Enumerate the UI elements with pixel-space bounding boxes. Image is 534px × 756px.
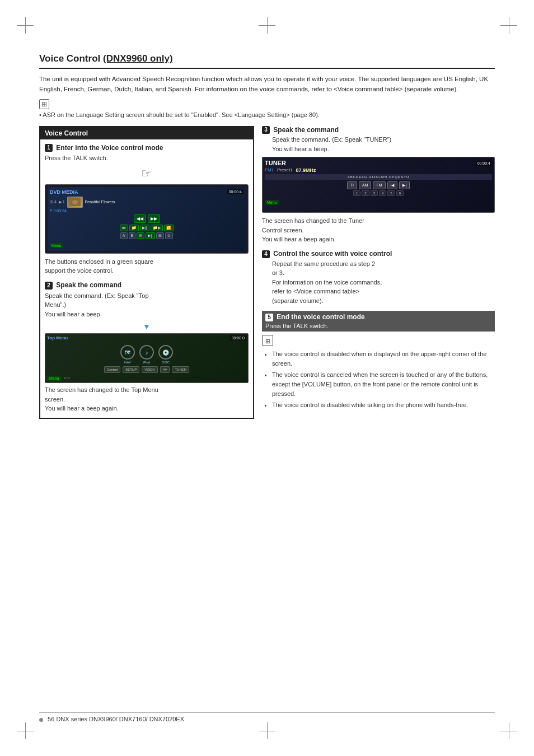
hand-pointer-icon: ☞ — [45, 166, 249, 181]
note-icon-wrapper — [39, 99, 495, 110]
tm-version: ETC — [64, 376, 71, 380]
note-icon-right: ⊞ — [262, 335, 495, 348]
step2-desc3: You will hear a beep. — [45, 311, 102, 318]
tm-menu-row: Menu ETC — [47, 375, 246, 381]
dvd-btn-ff: ▶▶ — [148, 214, 160, 223]
notes-list: The voice control is disabled when is di… — [262, 349, 495, 410]
step4-wrapper: 4 Control the source with voice control … — [262, 250, 495, 305]
dvd-btn-repeat: 🔁 — [164, 225, 174, 231]
crosshair-bottom — [259, 722, 275, 739]
dvd-progress: P 0:03:24 — [50, 209, 67, 213]
corner-mark-br — [500, 722, 517, 739]
note-item-3: The voice control is disabled while talk… — [272, 400, 495, 410]
step3-num: 3 — [262, 126, 270, 134]
note-warning-icon: ⊞ — [262, 335, 273, 346]
step2-title-text: Speak the command — [56, 281, 121, 289]
crosshair-top — [259, 17, 275, 34]
voice-control-header: Voice Control — [40, 127, 253, 139]
tuner-btn-fm: FM — [373, 181, 385, 189]
dvd-label: DVD MEDIA — [50, 189, 78, 195]
top-menu-screen: Top Menu 00:00:0 🗺 NAV ♪ iPod — [45, 333, 249, 383]
dvd-btn-prev: ⏮ — [120, 225, 128, 231]
tuner-key-row: ABCDEFG HIJKLMN OPQRSTU — [348, 175, 410, 179]
dvd-info-row: ⊞ 4 ▶ 1 Beautiful Flowers — [50, 197, 243, 208]
tuner-keys: ABCDEFG HIJKLMN OPQRSTU — [266, 175, 491, 179]
dvd-btn-c: ⊟ — [137, 232, 144, 239]
step4-desc4: refer to <Voice command table> — [272, 288, 359, 295]
footer-text: 56 DNX series DNX9960/ DNX7160/ DNX7020E… — [39, 716, 495, 722]
tm-disc-icon: 💿 DISC — [158, 345, 173, 364]
step1-num: 1 — [45, 144, 53, 152]
note-item-1: The voice control is disabled when is di… — [272, 349, 495, 368]
box-title: Voice Control — [45, 129, 88, 137]
tuner-btn-row1: TI AM FM |◀ ▶| — [265, 181, 492, 189]
step1-caption2: support the voice control. — [45, 267, 114, 274]
tuner-caption1: The screen has changed to the Tuner — [262, 217, 364, 224]
tm-bottom-row: Control SETUP VIDEO AV TUNER — [47, 366, 246, 373]
step4-desc3: For information on the voice commands, — [272, 279, 382, 286]
step2-desc1: Speak the command. (Ex: Speak "Top — [45, 292, 149, 299]
dvd-btn-b: B — [129, 232, 136, 239]
note1-text: The voice control is disabled when is di… — [272, 351, 486, 367]
footer-page-num: 56 — [48, 716, 54, 722]
step4-title-text: Control the source with voice control — [273, 250, 392, 258]
step4-desc5: (separate volume). — [272, 297, 324, 304]
step3-desc: Speak the command. (Ex: Speak "TUNER") Y… — [272, 135, 495, 153]
step4-title: 4 Control the source with voice control — [262, 250, 495, 258]
tm-btn-av: AV — [160, 366, 170, 373]
step5-desc: Press the TALK switch. — [265, 323, 491, 329]
dvd-btn-f: ⊙ — [165, 232, 173, 239]
tuner-preset-6: 6 — [396, 190, 404, 196]
dvd-btn-e: ⊞ — [156, 232, 164, 239]
step5-box: 5 End the voice control mode Press the T… — [262, 311, 495, 332]
dvd-btn-play: ▶‖ — [140, 225, 149, 231]
title-underline: (DNX9960 only) — [103, 53, 173, 64]
step2-desc: Speak the command. (Ex: Speak "Top Menu"… — [45, 291, 249, 319]
tuner-menu-row: Menu — [265, 198, 492, 206]
dvd-thumb — [67, 197, 83, 208]
tm-btn-video: VIDEO — [142, 366, 158, 373]
tm-btn-control: Control — [104, 366, 120, 373]
tm-menu-bar: Menu — [47, 376, 62, 381]
voice-control-box: Voice Control 1 Enter into the Voice con… — [39, 126, 254, 419]
dvd-btn-a: A — [120, 232, 128, 239]
dvd-screen-mockup: DVD MEDIA 00:00:4 ⊞ 4 ▶ 1 Beautiful Flow… — [45, 184, 249, 254]
corner-mark-tr — [500, 17, 517, 34]
tuner-btn-ti: TI — [347, 181, 357, 189]
dvd-time: 00:00:4 — [227, 189, 243, 194]
tuner-screen: TUNER 00:00:4 FM1 Preset1 87.9MHz ABCDEF… — [262, 157, 495, 213]
corner-mark-tl — [17, 17, 34, 34]
tuner-caption2: Control screen. — [262, 227, 304, 234]
tm-ipod-circle: ♪ — [139, 345, 154, 360]
step1-caption: The buttons enclosed in a green square s… — [45, 257, 249, 276]
voice-control-body: 1 Enter into the Voice control mode Pres… — [40, 139, 253, 418]
step2-caption2: screen. — [45, 396, 65, 403]
page-title: Voice Control (DNX9960 only) — [39, 53, 495, 69]
footer-series: DNX series DNX9960/ DNX7160/ DNX7020EX — [56, 716, 184, 722]
step3-title-text: Speak the command — [273, 126, 339, 134]
step4-num: 4 — [262, 250, 270, 258]
tm-nav-icon: 🗺 NAV — [120, 345, 135, 364]
dvd-btn-d: ▶‖ — [146, 232, 155, 239]
tm-btn-setup: SETUP — [123, 366, 139, 373]
tm-icons-row: 🗺 NAV ♪ iPod 💿 DISC — [47, 345, 246, 364]
dvd-controls-row3: A B ⊟ ▶‖ ⊞ ⊙ — [50, 232, 243, 239]
tuner-preset-3: 3 — [371, 190, 378, 196]
step2-caption: The screen has changed to the Top Menu s… — [45, 385, 249, 413]
dvd-btn-next-folder: 📁▶ — [151, 225, 163, 231]
tm-nav-label: NAV — [124, 361, 131, 364]
tuner-caption3: You will hear a beep again. — [262, 236, 336, 242]
dvd-header: DVD MEDIA 00:00:4 — [50, 189, 243, 195]
step2-num: 2 — [45, 282, 53, 290]
grid-icon — [39, 99, 49, 109]
step3-desc2: You will hear a beep. — [272, 146, 329, 152]
tm-ipod-icon: ♪ iPod — [139, 345, 154, 364]
tm-title: Top Menu — [47, 335, 68, 340]
arrow-down-left: ▼ — [45, 322, 249, 331]
tm-disc-label: DISC — [162, 361, 170, 364]
dvd-menu-bar: Menu — [50, 243, 63, 248]
step5-title: 5 End the voice control mode — [265, 313, 491, 321]
step3-desc1: Speak the command. (Ex: Speak "TUNER") — [272, 136, 391, 143]
page-content: Voice Control (DNX9960 only) The unit is… — [39, 53, 495, 419]
dvd-progress-row: P 0:03:24 — [50, 209, 243, 213]
